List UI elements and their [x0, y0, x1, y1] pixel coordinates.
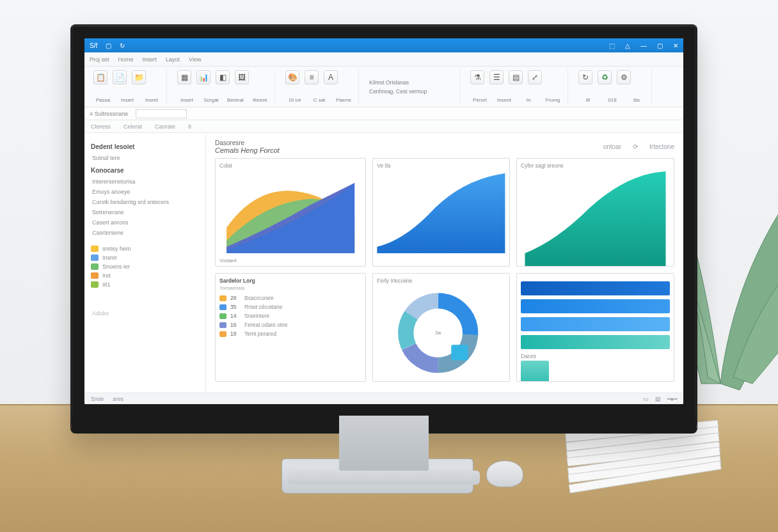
- content-area: Dedent lesoiet Sutnal tere Konocarse Int…: [84, 134, 683, 393]
- subtab[interactable]: Celerat: [123, 123, 142, 130]
- app-window: S/f ▢ ↻ ⬚ △ — ▢ ✕ Proj set Home Insert L…: [84, 38, 683, 404]
- close-icon[interactable]: ✕: [673, 42, 678, 49]
- ribbon-label: Insent: [495, 97, 514, 103]
- ribbon-label: Di Iot: [285, 97, 305, 103]
- canvas-header-link[interactable]: ontoar: [603, 143, 621, 150]
- ribbon-group-clipboard: 📋 📄 📁 Passa Insert Insret: [88, 69, 167, 104]
- tab[interactable]: View: [189, 56, 201, 63]
- ribbon-group-data: ↻ ♻ ⚙ 8f 018 6is: [573, 69, 652, 104]
- subtab[interactable]: Cteress: [91, 123, 111, 130]
- ribbon-label: Ilbrent: [250, 97, 269, 103]
- list-row[interactable]: 35Rrset cécottane: [219, 302, 361, 311]
- ribbon-label: Fromg: [543, 97, 562, 103]
- ribbon-group-tools: ⚗ ☰ ▤ ⤢ Perort Insent In Fromg: [465, 69, 568, 104]
- list-row[interactable]: 28Bsacrcorare: [219, 293, 361, 302]
- bar-stack: [521, 281, 670, 349]
- canvas-title: Dasoresre: [215, 139, 244, 146]
- tab[interactable]: Home: [118, 56, 134, 63]
- canvas-header-link[interactable]: Irtectone: [649, 143, 674, 150]
- sidebar-item[interactable]: Casrtersene: [91, 228, 199, 238]
- chart-card-area-blue[interactable]: Ve tla: [372, 158, 510, 267]
- svg-text:Sa: Sa: [435, 330, 441, 336]
- refresh-icon[interactable]: ⟳: [633, 143, 638, 150]
- list-row[interactable]: 14Snerintere: [219, 311, 361, 320]
- chart-card-donut[interactable]: Ferly Irlecoiine Sa: [372, 273, 510, 382]
- card-title: Ferly Irlecoiine: [377, 278, 505, 284]
- sidebar-section-title: Dedent lesoiet: [91, 143, 199, 150]
- area-chart-icon: [219, 170, 361, 253]
- card-title: Sardelor Lorg: [219, 278, 361, 284]
- sidebar-swatch-item[interactable]: Iret: [91, 271, 199, 280]
- chart-card-bars[interactable]: Daces: [516, 273, 674, 382]
- zoom-slider[interactable]: ━●━: [667, 396, 677, 402]
- subtab[interactable]: 8: [188, 123, 191, 130]
- expand-icon[interactable]: ⤢: [528, 70, 542, 84]
- qat-icon[interactable]: ↻: [120, 42, 125, 49]
- qat-icon[interactable]: ▢: [106, 42, 111, 49]
- folder-icon[interactable]: 📁: [132, 70, 146, 84]
- titlebar-left-icons: S/f ▢ ↻: [90, 42, 131, 49]
- subtab[interactable]: Canrate: [155, 123, 175, 130]
- paste-icon[interactable]: 📋: [93, 70, 107, 84]
- ribbon-label: Insert: [118, 97, 137, 103]
- sidebar-footer: Adobo: [91, 308, 199, 318]
- min-icon[interactable]: —: [640, 42, 647, 49]
- sidebar-swatch-item[interactable]: Snoens ier: [91, 262, 199, 271]
- ribbon-label: Passa: [93, 97, 113, 103]
- ribbon-label: Scrgat: [202, 97, 221, 103]
- recycle-icon[interactable]: ♻: [598, 70, 612, 84]
- color-icon[interactable]: 🎨: [285, 70, 299, 84]
- ribbon-label: Insert: [177, 97, 196, 103]
- ribbon-label: 6is: [627, 97, 646, 103]
- list-card[interactable]: Sardelor Lorg Yorsarmsis 28Bsacrcorare35…: [215, 273, 366, 382]
- donut-chart-icon: Sa: [377, 285, 505, 375]
- sidebar-item[interactable]: Corstk besdarntg srd sntecers: [91, 197, 199, 207]
- table-icon[interactable]: ▦: [177, 70, 191, 84]
- sidebar-swatch-item[interactable]: I81: [91, 280, 199, 289]
- status-item: Srete: [91, 396, 104, 402]
- image-icon[interactable]: 🖼: [235, 70, 249, 84]
- chart-icon[interactable]: 📊: [196, 70, 210, 84]
- sidebar-item[interactable]: Emoys anoeye: [91, 187, 199, 197]
- ribbon-label: In: [519, 97, 538, 103]
- ribbon-label: C sat: [310, 97, 329, 103]
- list-row[interactable]: 16Fereat odare otne: [219, 320, 361, 329]
- sidebar-item[interactable]: Casert anrons: [91, 217, 199, 228]
- file-icon[interactable]: 📄: [113, 70, 127, 84]
- name-box[interactable]: [136, 109, 187, 118]
- max-icon[interactable]: ▢: [657, 42, 663, 49]
- layers-icon[interactable]: ☰: [489, 70, 504, 84]
- menu-tabs: Proj set Home Insert Layot View: [84, 52, 683, 66]
- chart-card-area-teal[interactable]: Cyfer sagt sreons: [516, 158, 674, 267]
- list-row[interactable]: 18Temt perared: [219, 329, 361, 338]
- swatch-label: Snoens ier: [102, 263, 130, 270]
- view-layout-icon[interactable]: ▤: [655, 396, 661, 402]
- sidebar-item[interactable]: Setrenerane: [91, 207, 199, 217]
- view-normal-icon[interactable]: ▭: [643, 396, 649, 402]
- card-subtitle: Yorsarmsis: [219, 285, 361, 291]
- chart-card-area-multi[interactable]: Colat Vostant: [215, 158, 366, 267]
- tab[interactable]: Layot: [166, 56, 180, 63]
- filter-icon[interactable]: ⚗: [470, 70, 484, 84]
- settings-icon[interactable]: ⚙: [617, 70, 631, 84]
- sidebar-item[interactable]: Sutnal tere: [91, 153, 199, 163]
- ribbon-label: Perort: [470, 97, 489, 103]
- sidebar-item[interactable]: Interersenetorisa: [91, 176, 199, 187]
- tab[interactable]: Insert: [143, 56, 157, 63]
- palette-row: [521, 361, 670, 382]
- tab[interactable]: Proj set: [90, 56, 109, 63]
- sidebar-swatch-item[interactable]: sretey hem: [91, 244, 199, 253]
- shape-icon[interactable]: ◧: [216, 70, 230, 84]
- ribbon-label: 8f: [578, 97, 598, 103]
- text-icon[interactable]: A: [324, 70, 338, 84]
- ribbon-label: Insret: [142, 97, 161, 103]
- sidebar-swatch-item[interactable]: Insret: [91, 253, 199, 262]
- titlebar-hint: △: [625, 42, 630, 49]
- grid-icon[interactable]: ▤: [509, 70, 523, 84]
- status-item: ares: [113, 396, 123, 402]
- refresh-icon[interactable]: ↻: [578, 70, 592, 84]
- area-chart-icon: [521, 170, 670, 266]
- sub-tabs: Cteress Celerat Canrate 8: [84, 120, 683, 133]
- ribbon-subheading: Cenhreag. Cest vermop: [369, 88, 454, 95]
- align-icon[interactable]: ≡: [305, 70, 319, 84]
